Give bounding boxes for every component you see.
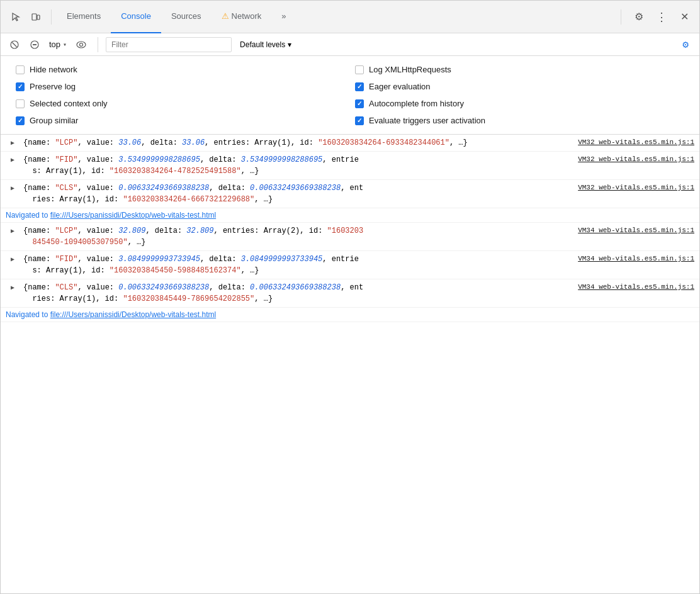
console-settings-btn[interactable]: ⚙ (677, 36, 694, 53)
main-toolbar: Elements Console Sources ⚠ Network » ⚙ ⋮… (1, 1, 699, 33)
expand-arrow-fid2[interactable]: ▶ (11, 255, 14, 264)
nav-text-1: Navigated to (6, 211, 50, 220)
device-toolbar-btn[interactable] (26, 7, 46, 27)
gear-icon: ⚙ (635, 11, 643, 23)
eager-eval-label: Eager evaluation (369, 82, 431, 91)
console-gear-icon: ⚙ (682, 38, 689, 50)
console-entry-cls1: ▶ VM32 web-vitals.es5.min.js:1 {name: "C… (1, 180, 699, 208)
close-devtools-btn[interactable]: ✕ (674, 7, 694, 27)
more-dots-icon: ⋮ (656, 10, 668, 24)
checkbox-eager-eval[interactable]: Eager evaluation (350, 78, 689, 95)
console-entry-fid2: ▶ VM34 web-vitals.es5.min.js:1 {name: "F… (1, 251, 699, 279)
levels-arrow: ▾ (288, 40, 291, 49)
svg-point-6 (77, 42, 86, 48)
log-levels-btn[interactable]: Default levels ▾ (234, 37, 297, 52)
filter-input[interactable] (106, 37, 232, 52)
file-link-fid1[interactable]: VM32 web-vitals.es5.min.js:1 (578, 154, 694, 165)
console-output: ▶ VM32 web-vitals.es5.min.js:1 {name: "L… (1, 135, 699, 322)
nav-text-2: Navigated to (6, 310, 50, 319)
tab-more[interactable]: » (271, 1, 296, 33)
file-link-lcp2[interactable]: VM34 web-vitals.es5.min.js:1 (578, 225, 694, 236)
console-entry-lcp1: ▶ VM32 web-vitals.es5.min.js:1 {name: "L… (1, 135, 699, 152)
hide-network-label: Hide network (30, 65, 77, 74)
divider3 (98, 37, 98, 52)
more-options-btn[interactable]: ⋮ (652, 7, 672, 27)
context-selector[interactable]: top ▾ (46, 37, 70, 52)
clear-console-btn[interactable] (6, 36, 23, 53)
selected-context-checkbox[interactable] (16, 99, 25, 108)
expand-arrow-cls2[interactable]: ▶ (11, 283, 14, 293)
tab-elements[interactable]: Elements (57, 1, 111, 33)
more-tabs-icon: » (281, 11, 286, 21)
tab-console-label: Console (121, 11, 151, 21)
group-similar-label: Group similar (30, 116, 78, 125)
block-network-btn[interactable] (26, 36, 43, 53)
file-link-cls1[interactable]: VM32 web-vitals.es5.min.js:1 (578, 182, 694, 193)
checkbox-evaluate-triggers[interactable]: Evaluate triggers user activation (350, 112, 689, 129)
tab-sources[interactable]: Sources (161, 1, 212, 33)
nav-link-1[interactable]: file:///Users/panissidi/Desktop/web-vita… (50, 211, 216, 220)
settings-btn[interactable]: ⚙ (629, 7, 649, 27)
expand-arrow-lcp1[interactable]: ▶ (11, 138, 14, 148)
console-entry-cls2: ▶ VM34 web-vitals.es5.min.js:1 {name: "C… (1, 279, 699, 308)
tab-console[interactable]: Console (111, 1, 161, 33)
checkbox-preserve-log[interactable]: Preserve log (11, 78, 350, 95)
tab-elements-label: Elements (67, 11, 101, 21)
nav-entry-2: Navigated to file:///Users/panissidi/Des… (1, 308, 699, 322)
selected-context-label: Selected context only (30, 99, 108, 108)
levels-label: Default levels (240, 40, 285, 49)
tab-sources-label: Sources (171, 11, 201, 21)
console-entry-fid1: ▶ VM32 web-vitals.es5.min.js:1 {name: "F… (1, 152, 699, 180)
log-xml-label: Log XMLHttpRequests (369, 65, 451, 74)
preserve-log-checkbox[interactable] (16, 82, 25, 91)
tab-network[interactable]: ⚠ Network (212, 1, 272, 33)
cursor-icon-btn[interactable] (6, 7, 26, 27)
log-xml-checkbox[interactable] (355, 65, 364, 74)
file-link-lcp1[interactable]: VM32 web-vitals.es5.min.js:1 (578, 137, 694, 148)
tab-network-label: Network (232, 11, 262, 21)
evaluate-triggers-checkbox[interactable] (355, 116, 364, 125)
hide-network-checkbox[interactable] (16, 65, 25, 74)
divider2 (621, 9, 621, 25)
autocomplete-label: Autocomplete from history (369, 99, 464, 108)
divider1 (51, 9, 52, 25)
evaluate-triggers-label: Evaluate triggers user activation (369, 116, 485, 125)
svg-point-7 (80, 43, 83, 46)
eager-eval-checkbox[interactable] (355, 82, 364, 91)
checkbox-hide-network[interactable]: Hide network (11, 61, 350, 78)
expand-arrow-fid1[interactable]: ▶ (11, 155, 14, 165)
console-entry-lcp2: ▶ VM34 web-vitals.es5.min.js:1 {name: "L… (1, 223, 699, 251)
checkbox-log-xml[interactable]: Log XMLHttpRequests (350, 61, 689, 78)
expand-arrow-lcp2[interactable]: ▶ (11, 227, 14, 236)
context-value: top (49, 40, 60, 49)
checkbox-autocomplete[interactable]: Autocomplete from history (350, 95, 689, 112)
svg-line-3 (13, 42, 17, 47)
expand-arrow-cls1[interactable]: ▶ (11, 184, 14, 193)
warning-icon: ⚠ (222, 11, 229, 21)
preserve-log-label: Preserve log (30, 82, 76, 91)
svg-rect-1 (37, 15, 40, 20)
nav-entry-1: Navigated to file:///Users/panissidi/Des… (1, 208, 699, 223)
console-settings-panel: Hide network Log XMLHttpRequests Preserv… (1, 56, 699, 135)
svg-rect-0 (32, 14, 37, 20)
file-link-cls2[interactable]: VM34 web-vitals.es5.min.js:1 (578, 282, 694, 293)
checkbox-selected-context[interactable]: Selected context only (11, 95, 350, 112)
toolbar-right: ⚙ ⋮ ✕ (616, 7, 694, 27)
close-icon: ✕ (680, 11, 689, 23)
file-link-fid2[interactable]: VM34 web-vitals.es5.min.js:1 (578, 254, 694, 264)
console-toolbar: top ▾ Default levels ▾ ⚙ (1, 33, 699, 56)
checkbox-group-similar[interactable]: Group similar (11, 112, 350, 129)
dropdown-arrow: ▾ (63, 41, 67, 48)
autocomplete-checkbox[interactable] (355, 99, 364, 108)
nav-link-2[interactable]: file:///Users/panissidi/Desktop/web-vita… (50, 310, 216, 319)
eye-icon-btn[interactable] (72, 36, 90, 53)
group-similar-checkbox[interactable] (16, 116, 25, 125)
